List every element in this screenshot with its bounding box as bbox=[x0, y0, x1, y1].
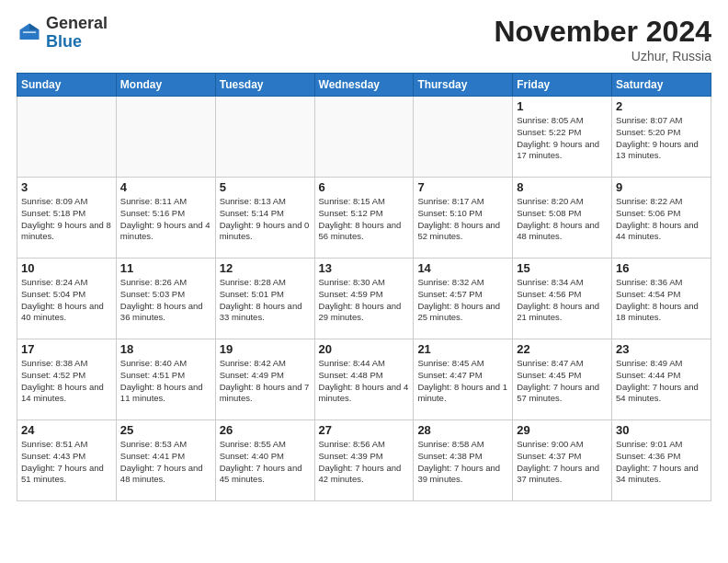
calendar-week-5: 24Sunrise: 8:51 AM Sunset: 4:43 PM Dayli… bbox=[17, 420, 711, 501]
calendar-cell: 14Sunrise: 8:32 AM Sunset: 4:57 PM Dayli… bbox=[414, 259, 513, 339]
calendar-week-1: 1Sunrise: 8:05 AM Sunset: 5:22 PM Daylig… bbox=[17, 97, 711, 178]
calendar-cell bbox=[215, 97, 314, 178]
col-saturday: Saturday bbox=[612, 74, 711, 97]
day-number: 23 bbox=[616, 342, 707, 356]
day-number: 18 bbox=[120, 342, 211, 356]
calendar-cell: 3Sunrise: 8:09 AM Sunset: 5:18 PM Daylig… bbox=[17, 178, 117, 259]
day-number: 19 bbox=[220, 342, 311, 356]
day-info: Sunrise: 8:40 AM Sunset: 4:51 PM Dayligh… bbox=[120, 358, 211, 405]
header: General Blue November 2024 Uzhur, Russia bbox=[17, 15, 711, 63]
day-info: Sunrise: 8:15 AM Sunset: 5:12 PM Dayligh… bbox=[319, 196, 410, 243]
day-number: 21 bbox=[417, 342, 508, 356]
day-number: 22 bbox=[517, 342, 608, 356]
logo-wordmark: General Blue bbox=[46, 15, 108, 52]
calendar-week-4: 17Sunrise: 8:38 AM Sunset: 4:52 PM Dayli… bbox=[17, 339, 711, 420]
day-info: Sunrise: 8:56 AM Sunset: 4:39 PM Dayligh… bbox=[319, 439, 410, 486]
day-number: 17 bbox=[21, 342, 112, 356]
calendar-cell: 13Sunrise: 8:30 AM Sunset: 4:59 PM Dayli… bbox=[314, 259, 414, 339]
day-info: Sunrise: 8:47 AM Sunset: 4:45 PM Dayligh… bbox=[517, 358, 608, 405]
calendar-cell: 12Sunrise: 8:28 AM Sunset: 5:01 PM Dayli… bbox=[215, 259, 314, 339]
logo-icon bbox=[17, 20, 42, 46]
calendar-cell: 27Sunrise: 8:56 AM Sunset: 4:39 PM Dayli… bbox=[314, 420, 414, 501]
calendar-header-row: Sunday Monday Tuesday Wednesday Thursday… bbox=[17, 74, 711, 97]
calendar-week-2: 3Sunrise: 8:09 AM Sunset: 5:18 PM Daylig… bbox=[17, 178, 711, 259]
day-info: Sunrise: 8:53 AM Sunset: 4:41 PM Dayligh… bbox=[120, 439, 211, 486]
col-wednesday: Wednesday bbox=[314, 74, 414, 97]
calendar-cell: 16Sunrise: 8:36 AM Sunset: 4:54 PM Dayli… bbox=[612, 259, 711, 339]
calendar-cell: 30Sunrise: 9:01 AM Sunset: 4:36 PM Dayli… bbox=[612, 420, 711, 501]
calendar-cell bbox=[414, 97, 513, 178]
day-number: 24 bbox=[21, 423, 112, 437]
day-info: Sunrise: 8:09 AM Sunset: 5:18 PM Dayligh… bbox=[21, 196, 112, 243]
calendar-cell: 9Sunrise: 8:22 AM Sunset: 5:06 PM Daylig… bbox=[612, 178, 711, 259]
calendar-table: Sunday Monday Tuesday Wednesday Thursday… bbox=[17, 73, 711, 501]
calendar-cell: 20Sunrise: 8:44 AM Sunset: 4:48 PM Dayli… bbox=[314, 339, 414, 420]
day-number: 6 bbox=[319, 180, 410, 194]
col-tuesday: Tuesday bbox=[215, 74, 314, 97]
day-info: Sunrise: 8:36 AM Sunset: 4:54 PM Dayligh… bbox=[616, 277, 707, 324]
calendar-cell: 26Sunrise: 8:55 AM Sunset: 4:40 PM Dayli… bbox=[215, 420, 314, 501]
day-info: Sunrise: 8:32 AM Sunset: 4:57 PM Dayligh… bbox=[417, 277, 508, 324]
day-number: 15 bbox=[517, 261, 608, 275]
day-number: 25 bbox=[120, 423, 211, 437]
calendar-cell: 7Sunrise: 8:17 AM Sunset: 5:10 PM Daylig… bbox=[414, 178, 513, 259]
calendar-cell bbox=[116, 97, 215, 178]
calendar-cell: 17Sunrise: 8:38 AM Sunset: 4:52 PM Dayli… bbox=[17, 339, 117, 420]
title-area: November 2024 Uzhur, Russia bbox=[494, 15, 711, 63]
day-number: 13 bbox=[319, 261, 410, 275]
day-info: Sunrise: 8:22 AM Sunset: 5:06 PM Dayligh… bbox=[616, 196, 707, 243]
svg-marker-1 bbox=[29, 23, 40, 29]
page: General Blue November 2024 Uzhur, Russia… bbox=[0, 0, 728, 511]
calendar-cell: 6Sunrise: 8:15 AM Sunset: 5:12 PM Daylig… bbox=[314, 178, 414, 259]
day-number: 5 bbox=[220, 180, 311, 194]
calendar-cell: 1Sunrise: 8:05 AM Sunset: 5:22 PM Daylig… bbox=[513, 97, 612, 178]
day-number: 20 bbox=[319, 342, 410, 356]
calendar-cell: 28Sunrise: 8:58 AM Sunset: 4:38 PM Dayli… bbox=[414, 420, 513, 501]
logo-general-text: General bbox=[46, 14, 108, 32]
logo-blue-text: Blue bbox=[46, 32, 82, 51]
day-number: 30 bbox=[616, 423, 707, 437]
day-number: 11 bbox=[120, 261, 211, 275]
day-number: 2 bbox=[616, 99, 707, 113]
day-number: 27 bbox=[319, 423, 410, 437]
day-number: 8 bbox=[517, 180, 608, 194]
day-number: 16 bbox=[616, 261, 707, 275]
day-info: Sunrise: 8:05 AM Sunset: 5:22 PM Dayligh… bbox=[517, 115, 608, 162]
day-info: Sunrise: 8:38 AM Sunset: 4:52 PM Dayligh… bbox=[21, 358, 112, 405]
day-info: Sunrise: 8:13 AM Sunset: 5:14 PM Dayligh… bbox=[220, 196, 311, 243]
calendar-cell: 15Sunrise: 8:34 AM Sunset: 4:56 PM Dayli… bbox=[513, 259, 612, 339]
calendar-cell: 4Sunrise: 8:11 AM Sunset: 5:16 PM Daylig… bbox=[116, 178, 215, 259]
day-info: Sunrise: 8:07 AM Sunset: 5:20 PM Dayligh… bbox=[616, 115, 707, 162]
day-number: 12 bbox=[220, 261, 311, 275]
day-number: 9 bbox=[616, 180, 707, 194]
calendar-cell: 21Sunrise: 8:45 AM Sunset: 4:47 PM Dayli… bbox=[414, 339, 513, 420]
svg-rect-2 bbox=[23, 31, 36, 33]
calendar-cell: 8Sunrise: 8:20 AM Sunset: 5:08 PM Daylig… bbox=[513, 178, 612, 259]
col-friday: Friday bbox=[513, 74, 612, 97]
day-info: Sunrise: 8:24 AM Sunset: 5:04 PM Dayligh… bbox=[21, 277, 112, 324]
calendar-cell: 18Sunrise: 8:40 AM Sunset: 4:51 PM Dayli… bbox=[116, 339, 215, 420]
day-info: Sunrise: 8:28 AM Sunset: 5:01 PM Dayligh… bbox=[220, 277, 311, 324]
day-info: Sunrise: 8:30 AM Sunset: 4:59 PM Dayligh… bbox=[319, 277, 410, 324]
calendar-cell bbox=[314, 97, 414, 178]
day-number: 29 bbox=[517, 423, 608, 437]
day-info: Sunrise: 8:17 AM Sunset: 5:10 PM Dayligh… bbox=[417, 196, 508, 243]
month-title: November 2024 bbox=[494, 15, 711, 49]
logo: General Blue bbox=[17, 15, 108, 52]
day-number: 3 bbox=[21, 180, 112, 194]
day-number: 28 bbox=[417, 423, 508, 437]
day-number: 10 bbox=[21, 261, 112, 275]
calendar-body: 1Sunrise: 8:05 AM Sunset: 5:22 PM Daylig… bbox=[17, 97, 711, 501]
day-info: Sunrise: 8:58 AM Sunset: 4:38 PM Dayligh… bbox=[417, 439, 508, 486]
calendar-week-3: 10Sunrise: 8:24 AM Sunset: 5:04 PM Dayli… bbox=[17, 259, 711, 339]
day-number: 14 bbox=[417, 261, 508, 275]
day-info: Sunrise: 8:55 AM Sunset: 4:40 PM Dayligh… bbox=[220, 439, 311, 486]
day-info: Sunrise: 8:44 AM Sunset: 4:48 PM Dayligh… bbox=[319, 358, 410, 405]
location: Uzhur, Russia bbox=[494, 49, 711, 63]
calendar-cell: 23Sunrise: 8:49 AM Sunset: 4:44 PM Dayli… bbox=[612, 339, 711, 420]
calendar-cell: 29Sunrise: 9:00 AM Sunset: 4:37 PM Dayli… bbox=[513, 420, 612, 501]
day-info: Sunrise: 9:01 AM Sunset: 4:36 PM Dayligh… bbox=[616, 439, 707, 486]
day-info: Sunrise: 8:26 AM Sunset: 5:03 PM Dayligh… bbox=[120, 277, 211, 324]
day-info: Sunrise: 8:42 AM Sunset: 4:49 PM Dayligh… bbox=[220, 358, 311, 405]
day-info: Sunrise: 9:00 AM Sunset: 4:37 PM Dayligh… bbox=[517, 439, 608, 486]
